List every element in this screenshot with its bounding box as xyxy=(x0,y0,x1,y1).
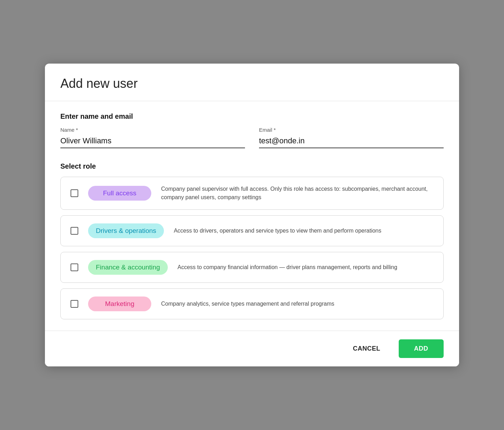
role-badge-full-access: Full access xyxy=(88,186,151,201)
email-label: Email * xyxy=(259,127,444,133)
role-description-full-access: Company panel supervisor with full acces… xyxy=(161,185,433,202)
name-field-group: Name * xyxy=(60,127,245,148)
role-checkbox-finance-accounting[interactable] xyxy=(71,263,78,271)
role-badge-marketing: Marketing xyxy=(88,297,151,311)
role-section-label: Select role xyxy=(60,162,444,170)
role-list: Full access Company panel supervisor wit… xyxy=(60,177,444,319)
name-email-section-label: Enter name and email xyxy=(60,112,444,120)
dialog-footer: CANCEL ADD xyxy=(45,331,459,366)
role-description-finance-accounting: Access to company financial information … xyxy=(178,263,397,272)
add-user-dialog: Add new user Enter name and email Name *… xyxy=(45,64,459,366)
role-item-finance-accounting[interactable]: Finance & accounting Access to company f… xyxy=(60,252,444,283)
name-email-row: Name * Email * xyxy=(60,127,444,148)
role-checkbox-full-access[interactable] xyxy=(71,189,78,197)
email-field-group: Email * xyxy=(259,127,444,148)
dialog-body: Enter name and email Name * Email * Sele… xyxy=(45,101,459,319)
role-description-drivers-operations: Access to drivers, operators and service… xyxy=(174,227,381,235)
role-checkbox-marketing[interactable] xyxy=(71,300,78,308)
cancel-button[interactable]: CANCEL xyxy=(340,339,393,358)
role-badge-drivers-operations: Drivers & operations xyxy=(88,223,164,238)
role-checkbox-drivers-operations[interactable] xyxy=(71,227,78,235)
role-item-full-access[interactable]: Full access Company panel supervisor wit… xyxy=(60,177,444,210)
dialog-header: Add new user xyxy=(45,64,459,101)
role-item-drivers-operations[interactable]: Drivers & operations Access to drivers, … xyxy=(60,215,444,246)
name-input[interactable] xyxy=(60,135,245,148)
role-description-marketing: Company analytics, service types managem… xyxy=(161,300,334,308)
name-label: Name * xyxy=(60,127,245,133)
add-button[interactable]: ADD xyxy=(399,339,444,358)
role-section: Select role Full access Company panel su… xyxy=(60,162,444,319)
role-item-marketing[interactable]: Marketing Company analytics, service typ… xyxy=(60,288,444,319)
role-badge-finance-accounting: Finance & accounting xyxy=(88,260,168,275)
dialog-title: Add new user xyxy=(60,76,444,91)
email-input[interactable] xyxy=(259,135,444,148)
